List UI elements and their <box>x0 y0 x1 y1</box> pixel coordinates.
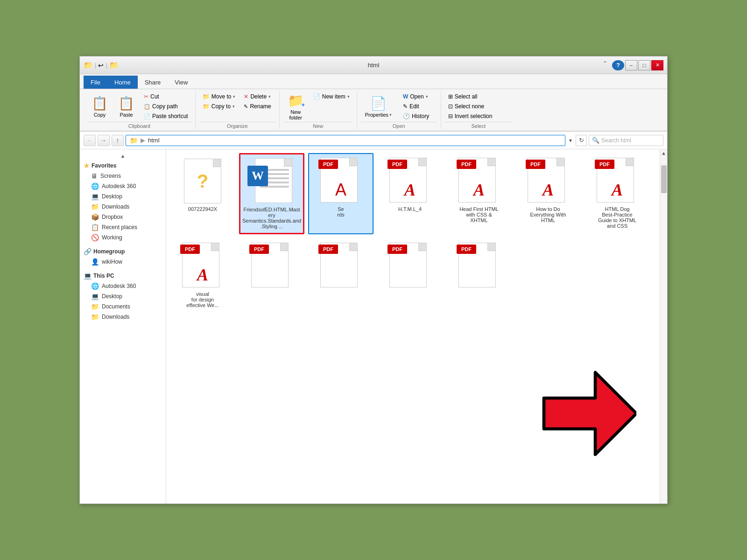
paste-button[interactable]: 📋 Paste <box>114 92 139 121</box>
open-label: Open <box>361 122 437 129</box>
unknown-icon-shape: ? <box>184 159 221 203</box>
invert-selection-button[interactable]: ⊟ Invert selection <box>445 112 496 121</box>
pdf-icon-shape5: PDF A <box>597 158 638 204</box>
sidebar-thispc-desktop[interactable]: 💻 Desktop <box>80 291 166 301</box>
expand-icon[interactable]: ⌃ <box>603 60 607 70</box>
open-content: 📄 Properties ▾ W Open ▾ ✎ Edit <box>361 92 437 121</box>
history-button[interactable]: 🕐 History <box>400 112 432 121</box>
sidebar-item-wikihow[interactable]: 👤 wikiHow <box>80 257 166 267</box>
file-item-word[interactable]: W FriendsofED.HTML.MasterySemantics.Stan… <box>239 153 304 234</box>
pdf-badge6: PDF <box>180 245 200 254</box>
organize-label: Organize <box>199 122 275 129</box>
select-all-button[interactable]: ⊞ Select all <box>445 92 496 101</box>
sidebar-item-screens[interactable]: 🖥 Screens <box>80 171 166 181</box>
file-name-unknown: 007222942X <box>188 206 217 212</box>
ribbon-group-select: ⊞ Select all ⊡ Select none ⊟ Invert sele… <box>441 91 516 129</box>
sidebar-item-dropbox[interactable]: 📦 Dropbox <box>80 212 166 222</box>
sidebar-thispc-documents[interactable]: 📁 Documents <box>80 301 166 312</box>
cut-button[interactable]: ✂ Cut <box>141 92 191 101</box>
new-folder-button[interactable]: 📁 + Newfolder <box>283 92 308 121</box>
tab-file[interactable]: File <box>84 76 107 89</box>
sidebar-scroll-up[interactable]: ▲ <box>120 153 126 159</box>
minimize-button[interactable]: − <box>625 60 637 70</box>
dropbox-icon: 📦 <box>91 213 99 221</box>
tab-share[interactable]: Share <box>138 76 168 89</box>
file-item-pdf3[interactable]: PDF A Head First HTMLwith CSS &XHTML <box>446 153 512 234</box>
rename-icon: ✎ <box>244 104 248 110</box>
forward-button[interactable]: → <box>98 135 110 146</box>
thispc-icon: 💻 <box>84 272 92 280</box>
sidebar-item-desktop[interactable]: 💻 Desktop <box>80 191 166 202</box>
titlebar: 📁 | ↩ | 📁 html ⌃ ? − □ ✕ <box>80 56 667 74</box>
tab-home[interactable]: Home <box>107 76 138 89</box>
scroll-up-arrow[interactable]: ▲ <box>661 150 666 156</box>
file-item-unknown[interactable]: ? 007222942X <box>170 153 235 234</box>
new-label: New <box>283 122 353 129</box>
sidebar-item-recent[interactable]: 📋 Recent places <box>80 222 166 232</box>
file-item-pdf10[interactable]: PDF <box>446 238 512 313</box>
thispc-header: 💻 This PC <box>80 271 166 281</box>
folder-icon2: 📁 <box>109 61 119 70</box>
address-dropdown-icon[interactable]: ▾ <box>567 137 574 144</box>
file-item-pdf4[interactable]: PDF A How to DoEverything WithHTML <box>515 153 581 234</box>
file-item-pdf9[interactable]: PDF <box>377 238 443 313</box>
question-mark-icon: ? <box>197 171 208 192</box>
folder-icon-title: 📁 <box>84 61 93 70</box>
file-item-pdf8[interactable]: PDF <box>308 238 374 313</box>
pdf-icon-shape7: PDF <box>251 243 292 289</box>
pdf-icon-shape4: PDF A <box>528 158 569 204</box>
new-folder-icon: 📁 + <box>288 93 304 108</box>
favorites-star-icon: ★ <box>84 162 90 169</box>
delete-button[interactable]: ✕ Delete ▾ <box>240 92 274 101</box>
sidebar-thispc-downloads[interactable]: 📁 Downloads <box>80 312 166 322</box>
address-path: html <box>148 137 160 144</box>
open-button[interactable]: W Open ▾ <box>400 92 432 101</box>
sidebar-item-downloads[interactable]: 📁 Downloads <box>80 202 166 212</box>
titlebar-sep1: | <box>95 62 96 69</box>
file-item-pdf1[interactable]: PDF A Serds <box>308 153 374 234</box>
file-item-pdf7[interactable]: PDF <box>239 238 304 313</box>
close-button[interactable]: ✕ <box>651 60 663 70</box>
up-button[interactable]: ↑ <box>112 135 124 146</box>
sidebar-item-autodesk[interactable]: 🌐 Autodesk 360 <box>80 181 166 191</box>
copyto-icon: 📁 <box>203 103 210 110</box>
pdf-icon-shape2: PDF A <box>389 158 430 204</box>
maximize-button[interactable]: □ <box>638 60 650 70</box>
file-item-pdf6[interactable]: PDF A visualfor designeffective We... <box>170 238 235 313</box>
search-box[interactable]: 🔍 Search html <box>589 135 663 146</box>
help-icon[interactable]: ? <box>612 60 624 70</box>
favorites-label: Favorites <box>92 162 116 169</box>
main-content: ▲ ★ Favorites 🖥 Screens 🌐 Autodesk 360 💻 <box>80 149 667 504</box>
wikihow-icon: 👤 <box>91 258 99 266</box>
new-item-button[interactable]: 📄 New item ▾ <box>310 92 353 101</box>
scrollbar[interactable]: ▲ <box>660 149 667 504</box>
file-item-pdf5[interactable]: PDF A HTML DogBest-PracticeGuide to XHTM… <box>585 153 650 234</box>
scissors-icon: ✂ <box>144 93 148 100</box>
scrollbar-thumb[interactable] <box>661 165 667 193</box>
sidebar-thispc-autodesk[interactable]: 🌐 Autodesk 360 <box>80 281 166 291</box>
refresh-button[interactable]: ↻ <box>576 135 587 146</box>
undo-icon[interactable]: ↩ <box>98 62 104 69</box>
file-name-pdf4: How to DoEverything WithHTML <box>530 206 566 223</box>
address-field[interactable]: 📁 ▶ html <box>126 135 565 146</box>
new-item-icon: 📄 <box>313 93 320 100</box>
organize-buttons2: ✕ Delete ▾ ✎ Rename <box>240 92 274 111</box>
paste-shortcut-button[interactable]: 📄 Paste shortcut <box>141 112 191 121</box>
copy-button[interactable]: 📋 Copy <box>87 92 112 121</box>
properties-button[interactable]: 📄 Properties ▾ <box>361 92 396 121</box>
pdf9-icon: PDF <box>387 243 433 289</box>
sidebar-item-working[interactable]: 🚫 Working <box>80 232 166 243</box>
pdf-icon-shape3: PDF A <box>458 158 500 204</box>
open-buttons: W Open ▾ ✎ Edit 🕐 History <box>400 92 432 121</box>
screens-icon: 🖥 <box>91 172 98 180</box>
copy-path-button[interactable]: 📋 Copy path <box>141 102 191 111</box>
edit-button[interactable]: ✎ Edit <box>400 102 432 111</box>
back-button[interactable]: ← <box>84 135 96 146</box>
copy-to-button[interactable]: 📁 Copy to ▾ <box>199 102 239 111</box>
move-to-button[interactable]: 📁 Move to ▾ <box>199 92 239 101</box>
select-none-button[interactable]: ⊡ Select none <box>445 102 496 111</box>
tab-view[interactable]: View <box>168 76 195 89</box>
file-item-pdf2[interactable]: PDF A H.T.M.L_4 <box>377 153 443 234</box>
rename-button[interactable]: ✎ Rename <box>240 102 274 111</box>
acrobat-icon5: A <box>612 180 623 200</box>
